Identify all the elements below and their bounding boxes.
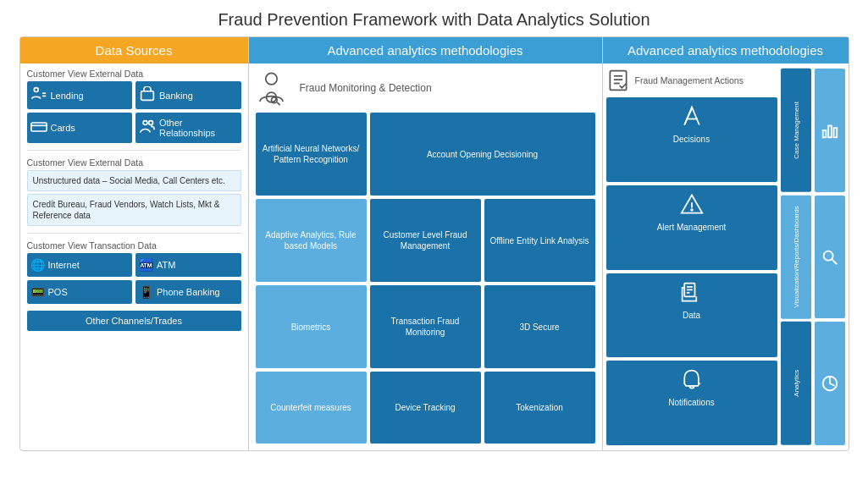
side-bars: Case Management Visualization/Reports/Da… bbox=[781, 69, 811, 445]
left-panel-header: Data Sources bbox=[20, 37, 248, 63]
svg-point-27 bbox=[823, 251, 832, 260]
svg-point-6 bbox=[143, 120, 147, 124]
notifications-icon bbox=[680, 367, 704, 395]
svg-line-17 bbox=[684, 108, 692, 124]
svg-rect-26 bbox=[833, 128, 837, 137]
phone-banking-label: Phone Banking bbox=[157, 287, 220, 297]
section-label-1: Customer View External Data bbox=[27, 69, 241, 79]
alert-mgmt-box: Alert Management bbox=[606, 185, 777, 270]
svg-line-28 bbox=[832, 259, 837, 264]
analytics-bar: Analytics bbox=[781, 322, 811, 445]
svg-point-7 bbox=[149, 120, 153, 124]
visualization-bar: Visualization/Reports/Dashboards bbox=[781, 196, 811, 319]
alert-icon bbox=[680, 192, 704, 220]
banking-icon bbox=[139, 86, 156, 104]
account-opening-box: Account Opening Decisioning bbox=[370, 113, 595, 196]
analytics-grid: Artificial Neural Networks/ Pattern Reco… bbox=[256, 113, 595, 444]
pos-label: POS bbox=[48, 287, 68, 297]
svg-rect-25 bbox=[828, 125, 832, 137]
fraud-monitoring-label: Fraud Monitoring & Detection bbox=[300, 82, 432, 94]
atm-icon: 🏧 bbox=[139, 258, 153, 272]
credit-bureau-box: Credit Bureau, Fraud Vendors, Watch List… bbox=[27, 194, 241, 226]
atm-label: ATM bbox=[157, 260, 175, 270]
decisions-box: Decisions bbox=[606, 97, 777, 182]
left-panel: Data Sources Customer View External Data… bbox=[20, 37, 249, 450]
transaction-data-grid: 🌐 Internet 🏧 ATM 📟 POS 📱 Phone Banking bbox=[27, 253, 241, 304]
analytics-icon-bar bbox=[815, 322, 845, 445]
svg-point-8 bbox=[265, 73, 276, 84]
left-panel-content: Customer View External Data Lending bbox=[20, 63, 248, 450]
pos-box: 📟 POS bbox=[27, 280, 133, 304]
right-panel: Advanced analytics methodologies Fraud M… bbox=[603, 37, 849, 450]
svg-point-0 bbox=[34, 88, 38, 92]
banking-label: Banking bbox=[159, 91, 193, 101]
main-container: Data Sources Customer View External Data… bbox=[19, 36, 849, 451]
section-label-2: Customer View External Data bbox=[27, 157, 241, 168]
internet-label: Internet bbox=[48, 260, 80, 270]
notifications-label: Notifications bbox=[668, 398, 714, 407]
neural-networks-box: Artificial Neural Networks/ Pattern Reco… bbox=[256, 113, 367, 196]
data-label: Data bbox=[683, 311, 700, 320]
alert-mgmt-label: Alert Management bbox=[657, 223, 727, 232]
mgmt-boxes: Decisions Alert Management bbox=[606, 97, 777, 445]
phone-banking-box: 📱 Phone Banking bbox=[135, 280, 241, 304]
search-icon-bar bbox=[815, 196, 845, 319]
right-panel-content: Fraud Management Actions Decisions bbox=[603, 63, 849, 450]
transaction-fraud-box: Transaction Fraud Monitoring bbox=[370, 285, 481, 368]
page-title: Fraud Prevention Framework with Data Ana… bbox=[218, 0, 650, 36]
biometrics-box: Biometrics bbox=[256, 285, 367, 368]
fraud-mgmt-label: Fraud Management Actions bbox=[635, 75, 744, 85]
middle-panel-content: Fraud Monitoring & Detection Artificial … bbox=[249, 63, 602, 450]
decisions-label: Decisions bbox=[673, 135, 710, 144]
counterfeit-box: Counterfeit measures bbox=[256, 372, 367, 444]
middle-panel: Advanced analytics methodologies Fraud M… bbox=[249, 37, 603, 450]
internet-box: 🌐 Internet bbox=[27, 253, 133, 277]
section-external-1: Customer View External Data Lending bbox=[27, 69, 241, 143]
atm-box: 🏧 ATM bbox=[135, 253, 241, 277]
tokenization-box: Tokenization bbox=[484, 372, 595, 444]
side-bar-icons bbox=[815, 69, 845, 445]
data-box: Data bbox=[606, 273, 777, 358]
device-tracking-box: Device Tracking bbox=[370, 372, 481, 444]
svg-rect-3 bbox=[141, 91, 154, 101]
case-mgmt-bar: Case Management bbox=[781, 69, 811, 192]
fraud-monitoring-icon bbox=[256, 70, 291, 106]
other-relationships-box: Other Relationships bbox=[135, 113, 241, 143]
lending-box: Lending bbox=[27, 81, 133, 109]
customer-fraud-mgmt-box: Customer Level Fraud Management bbox=[370, 199, 481, 282]
phone-icon: 📱 bbox=[139, 285, 153, 299]
lending-label: Lending bbox=[51, 91, 84, 101]
section-external-2: Customer View External Data Unstructured… bbox=[27, 157, 241, 226]
section-transaction: Customer View Transaction Data 🌐 Interne… bbox=[27, 240, 241, 304]
cards-label: Cards bbox=[51, 123, 75, 133]
internet-icon: 🌐 bbox=[30, 258, 45, 272]
checklist-icon bbox=[606, 69, 630, 92]
banking-box: Banking bbox=[135, 81, 241, 109]
divider-2 bbox=[27, 233, 241, 234]
svg-line-11 bbox=[277, 102, 279, 105]
middle-panel-header: Advanced analytics methodologies bbox=[249, 37, 602, 63]
svg-rect-4 bbox=[30, 123, 46, 131]
fraud-mgmt-header: Fraud Management Actions bbox=[606, 69, 777, 92]
3d-secure-box: 3D Secure bbox=[484, 285, 595, 368]
other-rel-label: Other Relationships bbox=[159, 118, 238, 138]
offline-entity-box: Offline Entity Link Analysis bbox=[484, 199, 595, 282]
other-channels-box: Other Channels/Trades bbox=[27, 311, 241, 331]
chart-icon-bar bbox=[815, 69, 845, 192]
data-icon bbox=[680, 280, 704, 308]
unstructured-data-box: Unstructured data – Social Media, Call C… bbox=[27, 170, 241, 191]
right-panel-header: Advanced analytics methodologies bbox=[603, 37, 849, 63]
fraud-mgmt-col: Fraud Management Actions Decisions bbox=[606, 69, 777, 445]
fraud-monitoring-row: Fraud Monitoring & Detection bbox=[256, 70, 595, 106]
pos-icon: 📟 bbox=[30, 285, 45, 299]
section-label-3: Customer View Transaction Data bbox=[27, 240, 241, 251]
lending-icon bbox=[30, 86, 47, 104]
decisions-icon bbox=[680, 104, 704, 132]
adaptive-analytics-box: Adaptive Analytics, Rule based Models bbox=[256, 199, 367, 282]
svg-rect-24 bbox=[822, 130, 826, 137]
other-rel-icon bbox=[139, 119, 156, 137]
cards-box: Cards bbox=[27, 113, 133, 143]
cards-icon bbox=[30, 121, 47, 135]
divider-1 bbox=[27, 150, 241, 151]
external-data-grid-1: Lending Banking bbox=[27, 81, 241, 143]
